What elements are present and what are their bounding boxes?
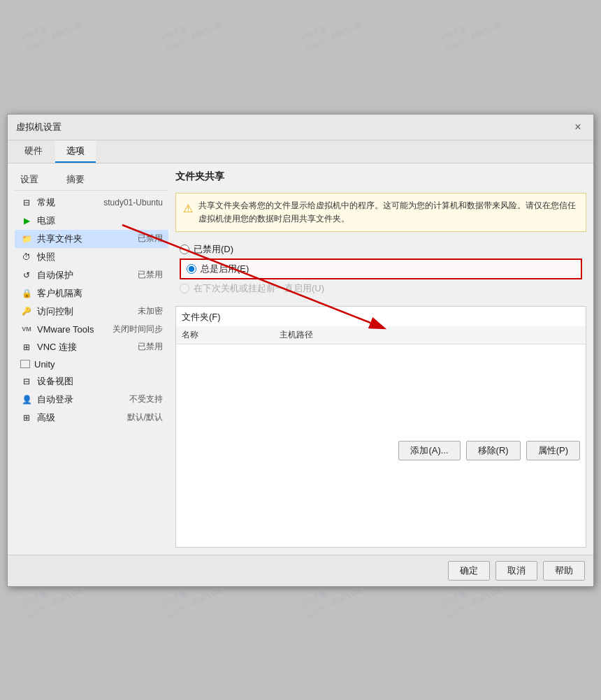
item-value-vmware-tools: 关闭时间同步 [113,323,163,335]
item-value-general: study01-Ubuntu [103,198,163,207]
close-button[interactable]: × [571,120,585,134]
item-label-device-view: 设备视图 [37,375,159,388]
settings-item-shared-folders[interactable]: 📁 共享文件夹 已禁用 [15,230,168,248]
item-label-vmware-tools: VMware Tools [37,324,108,335]
tab-options[interactable]: 选项 [55,140,96,163]
settings-item-auto-protect[interactable]: ↺ 自动保护 已禁用 [15,266,168,284]
bottom-bar: 确定 取消 帮助 [8,555,593,586]
settings-item-auto-login[interactable]: 👤 自动登录 不受支持 [15,391,168,409]
settings-item-general[interactable]: ⊟ 常规 study01-Ubuntu [15,194,168,212]
settings-item-guest-isolation[interactable]: 🔒 客户机隔离 [15,284,168,302]
radio-disabled-label: 已禁用(D) [194,243,233,256]
person-icon: 👤 [20,395,33,404]
item-value-access-control: 未加密 [138,305,163,317]
right-panel: 文件夹共享 ⚠ 共享文件夹会将您的文件显示给虚拟机中的程序。这可能为您的计算机和… [175,170,586,548]
settings-item-snapshot[interactable]: ⏱ 快照 [15,248,168,266]
section-title: 文件夹共享 [175,170,586,183]
radio-until-poweroff-input[interactable] [180,284,189,293]
item-label-unity: Unity [34,359,159,370]
warning-icon: ⚠ [183,200,193,226]
settings-item-power[interactable]: ▶ 电源 [15,212,168,230]
item-label-snapshot: 快照 [37,251,159,263]
item-value-vnc: 已禁用 [138,341,163,353]
main-content: 设置 摘要 ⊟ 常规 study01-Ubuntu ▶ 电源 📁 [8,163,593,555]
folder-section-title: 文件夹(F) [176,307,586,326]
title-bar: 虚拟机设置 × [8,115,593,140]
properties-button[interactable]: 属性(P) [526,441,580,460]
item-label-general: 常规 [37,196,99,209]
monitor-icon: ⊟ [20,198,33,207]
clock-icon: ⏱ [20,252,33,262]
radio-always-enabled[interactable]: 总是启用(E) [180,258,582,279]
item-label-access-control: 访问控制 [37,305,133,318]
radio-disabled[interactable]: 已禁用(D) [180,243,582,256]
settings-item-advanced[interactable]: ⊞ 高级 默认/默认 [15,409,168,427]
help-button[interactable]: 帮助 [543,561,585,581]
folder-table-header: 名称 主机路径 [176,326,586,344]
power-icon: ▶ [20,216,33,226]
settings-item-unity[interactable]: Unity [15,356,168,372]
folder-icon: 📁 [20,234,33,244]
settings-item-vnc[interactable]: ⊞ VNC 连接 已禁用 [15,338,168,356]
radio-always-enabled-label: 总是启用(E) [201,263,249,275]
item-label-advanced: 高级 [37,411,123,424]
item-label-power: 电源 [37,214,159,227]
left-panel: 设置 摘要 ⊟ 常规 study01-Ubuntu ▶ 电源 📁 [15,170,168,548]
remove-button[interactable]: 移除(R) [466,441,521,460]
item-label-shared-folders: 共享文件夹 [37,233,133,245]
radio-disabled-input[interactable] [180,245,189,254]
item-label-auto-login: 自动登录 [37,393,125,406]
settings-item-vmware-tools[interactable]: VM VMware Tools 关闭时间同步 [15,321,168,338]
dialog-title: 虚拟机设置 [16,121,61,133]
advanced-icon: ⊞ [20,413,33,423]
item-label-vnc: VNC 连接 [37,341,133,353]
col-path-header: 主机路径 [280,329,580,341]
tab-hardware[interactable]: 硬件 [13,140,54,163]
radio-until-poweroff[interactable]: 在下次关机或挂起前一直启用(U) [180,282,582,295]
col-name-header: 名称 [182,329,280,341]
refresh-icon: ↺ [20,270,33,280]
radio-always-enabled-input[interactable] [187,264,196,274]
settings-list: ⊟ 常规 study01-Ubuntu ▶ 电源 📁 共享文件夹 已禁用 [15,194,168,427]
vmware-icon: VM [20,324,33,334]
radio-until-poweroff-label: 在下次关机或挂起前一直启用(U) [194,282,324,295]
folder-buttons: 添加(A)... 移除(R) 属性(P) [176,435,586,466]
device-icon: ⊟ [20,377,33,386]
item-value-auto-protect: 已禁用 [138,269,163,281]
radio-group: 已禁用(D) 总是启用(E) 在下次关机或挂起前一直启用(U) [175,238,586,300]
dialog: 虚拟机设置 × 硬件 选项 设置 摘要 ⊟ 常规 study01-Ubuntu [7,114,594,587]
col-settings: 设置 [20,173,38,186]
folder-section: 文件夹(F) 名称 主机路径 添加(A)... 移除(R) 属性(P) [175,306,586,548]
col-summary: 摘要 [66,173,85,186]
item-label-auto-protect: 自动保护 [37,269,133,282]
key-icon: 🔑 [20,307,33,316]
lock-icon: 🔒 [20,289,33,298]
warning-box: ⚠ 共享文件夹会将您的文件显示给虚拟机中的程序。这可能为您的计算机和数据带来风险… [175,193,586,232]
cancel-button[interactable]: 取消 [495,561,537,581]
unity-icon [20,360,30,368]
warning-text: 共享文件夹会将您的文件显示给虚拟机中的程序。这可能为您的计算机和数据带来风险。请… [198,199,579,226]
tab-bar: 硬件 选项 [8,140,593,163]
item-value-advanced: 默认/默认 [127,411,163,423]
settings-header: 设置 摘要 [15,170,168,191]
item-value-shared-folders: 已禁用 [138,233,163,245]
add-button[interactable]: 添加(A)... [398,441,460,460]
ok-button[interactable]: 确定 [448,561,490,581]
folder-empty-area [176,344,586,435]
grid-icon: ⊞ [20,342,33,352]
settings-item-access-control[interactable]: 🔑 访问控制 未加密 [15,302,168,321]
item-label-guest-isolation: 客户机隔离 [37,287,159,300]
settings-item-device-view[interactable]: ⊟ 设备视图 [15,372,168,391]
item-value-auto-login: 不受支持 [129,393,163,405]
